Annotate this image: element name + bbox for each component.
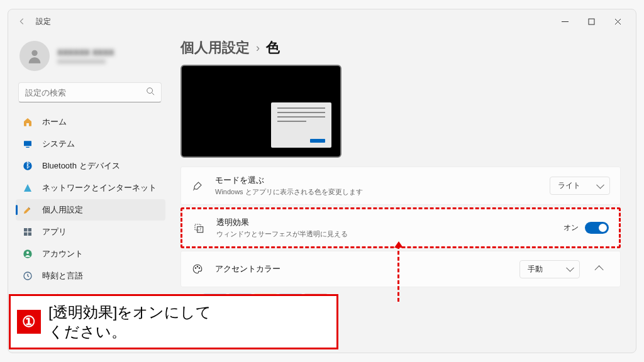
sidebar-item-apps[interactable]: アプリ — [16, 221, 165, 243]
profile-block[interactable]: XXXXXX XXXX xxxxxxxxxxxxxx — [14, 37, 169, 80]
close-button[interactable] — [604, 11, 631, 31]
svg-rect-15 — [197, 226, 203, 232]
maximize-button[interactable] — [578, 11, 604, 31]
system-icon — [22, 138, 33, 150]
sidebar-item-label: アカウント — [42, 248, 83, 260]
setting-mode[interactable]: モードを選ぶ Windows とアプリに表示される色を変更します ライト — [180, 167, 621, 205]
callout-arrow — [397, 245, 399, 302]
svg-rect-9 — [28, 233, 31, 236]
minimize-button[interactable] — [552, 11, 578, 31]
svg-point-2 — [147, 88, 153, 94]
transparency-toggle[interactable] — [585, 222, 609, 234]
brush-icon — [191, 180, 204, 192]
expand-button[interactable] — [590, 259, 610, 279]
search-input[interactable] — [18, 82, 162, 102]
svg-point-5 — [23, 162, 31, 170]
home-icon — [22, 116, 33, 128]
transparency-icon — [192, 222, 205, 234]
svg-rect-0 — [589, 19, 594, 25]
svg-rect-14 — [195, 224, 201, 230]
sidebar-item-system[interactable]: システム — [16, 133, 165, 155]
account-icon — [22, 248, 33, 260]
setting-accent[interactable]: アクセントカラー 手動 — [180, 251, 621, 287]
sidebar-item-time[interactable]: 時刻と言語 — [16, 265, 165, 287]
sidebar-item-personalize[interactable]: 個人用設定 — [16, 199, 165, 221]
bluetooth-icon — [22, 160, 33, 172]
sidebar-item-label: ホーム — [42, 116, 67, 128]
breadcrumb-parent[interactable]: 個人用設定 — [180, 38, 250, 57]
palette-icon — [191, 263, 204, 275]
personalize-icon — [22, 204, 33, 216]
sidebar-item-network[interactable]: ネットワークとインターネット — [16, 177, 165, 199]
sidebar-item-label: ネットワークとインターネット — [42, 182, 157, 194]
breadcrumb: 個人用設定 › 色 — [180, 38, 621, 57]
back-button[interactable] — [13, 13, 31, 30]
svg-point-11 — [26, 251, 29, 254]
accent-dropdown[interactable]: 手動 — [519, 260, 580, 278]
search-icon — [146, 87, 155, 98]
theme-preview — [180, 65, 341, 158]
avatar — [19, 41, 50, 71]
sidebar-item-account[interactable]: アカウント — [16, 243, 165, 265]
toggle-label: オン — [564, 222, 579, 233]
network-icon — [22, 182, 33, 194]
time-icon — [22, 270, 33, 282]
instruction-callout: ① [透明効果]をオンにして ください。 — [9, 294, 338, 349]
sidebar-item-label: Bluetooth とデバイス — [42, 160, 120, 172]
window-title: 設定 — [36, 16, 51, 27]
svg-point-17 — [197, 266, 198, 268]
svg-point-1 — [31, 50, 37, 56]
sidebar-item-home[interactable]: ホーム — [16, 111, 165, 133]
sidebar-item-label: アプリ — [42, 226, 67, 238]
svg-rect-6 — [24, 228, 27, 231]
step-badge: ① — [17, 310, 41, 334]
svg-rect-3 — [24, 141, 31, 146]
svg-point-16 — [195, 268, 196, 269]
profile-name: XXXXXX XXXX — [57, 48, 114, 57]
profile-email: xxxxxxxxxxxxxx — [57, 57, 114, 65]
sidebar-item-label: 時刻と言語 — [42, 270, 83, 282]
svg-point-18 — [199, 268, 200, 269]
mode-dropdown[interactable]: ライト — [550, 177, 610, 195]
apps-icon — [22, 226, 33, 238]
svg-rect-8 — [24, 233, 27, 236]
svg-rect-7 — [28, 228, 31, 231]
sidebar-item-label: 個人用設定 — [42, 204, 83, 216]
callout-text: [透明効果]をオンにして ください。 — [48, 302, 211, 341]
sidebar-item-label: システム — [42, 138, 75, 150]
sidebar-item-bluetooth[interactable]: Bluetooth とデバイス — [16, 155, 165, 177]
breadcrumb-current: 色 — [266, 38, 280, 57]
svg-rect-4 — [26, 147, 29, 148]
chevron-right-icon: › — [256, 41, 260, 55]
chevron-up-icon — [595, 265, 604, 274]
